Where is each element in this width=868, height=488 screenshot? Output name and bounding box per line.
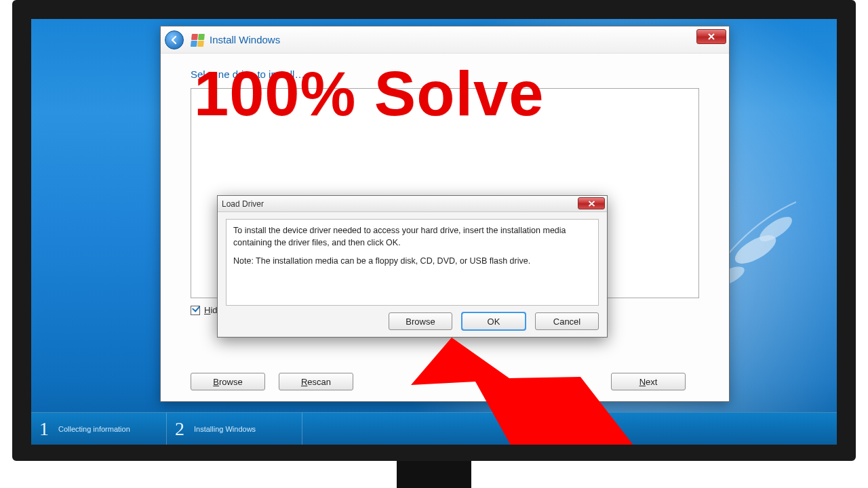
load-driver-dialog: Load Driver To install the device driver… [217,195,608,338]
dialog-message-line2: Note: The installation media can be a fl… [233,256,591,268]
step-1: 1 Collecting information [31,413,167,445]
next-button[interactable]: Next [611,373,686,390]
desktop-background: Install Windows Sel… ne drive to install… [31,19,837,445]
dialog-titlebar[interactable]: Load Driver [218,196,607,212]
dialog-title: Load Driver [222,199,264,209]
close-icon [588,201,595,207]
dialog-browse-button[interactable]: Browse [389,312,452,330]
step-2-number: 2 [175,418,184,440]
rescan-button[interactable]: Rescan [279,373,353,390]
dialog-message: To install the device driver needed to a… [226,219,599,306]
step-1-label: Collecting information [58,425,130,433]
windows-logo-icon [190,33,205,47]
step-1-number: 1 [39,418,49,440]
dialog-ok-button[interactable]: OK [462,312,526,330]
dialog-cancel-button[interactable]: Cancel [535,312,599,330]
browse-button[interactable]: Browse [191,373,265,390]
installer-heading: Sel… ne drive to install… [191,68,699,80]
monitor-bezel: Install Windows Sel… ne drive to install… [12,0,856,461]
close-icon [707,33,715,40]
back-button[interactable] [165,30,184,49]
monitor-stand [397,461,471,488]
dialog-message-line1: To install the device driver needed to a… [233,225,591,249]
dialog-close-button[interactable] [578,197,605,209]
install-steps-bar: 1 Collecting information 2 Installing Wi… [31,412,837,445]
arrow-left-icon [170,35,179,45]
step-2: 2 Installing Windows [167,413,302,445]
installer-titlebar[interactable]: Install Windows [161,26,729,54]
installer-close-button[interactable] [696,29,726,44]
step-2-label: Installing Windows [194,425,256,433]
installer-title: Install Windows [210,34,280,45]
checkbox-icon[interactable] [191,306,200,315]
